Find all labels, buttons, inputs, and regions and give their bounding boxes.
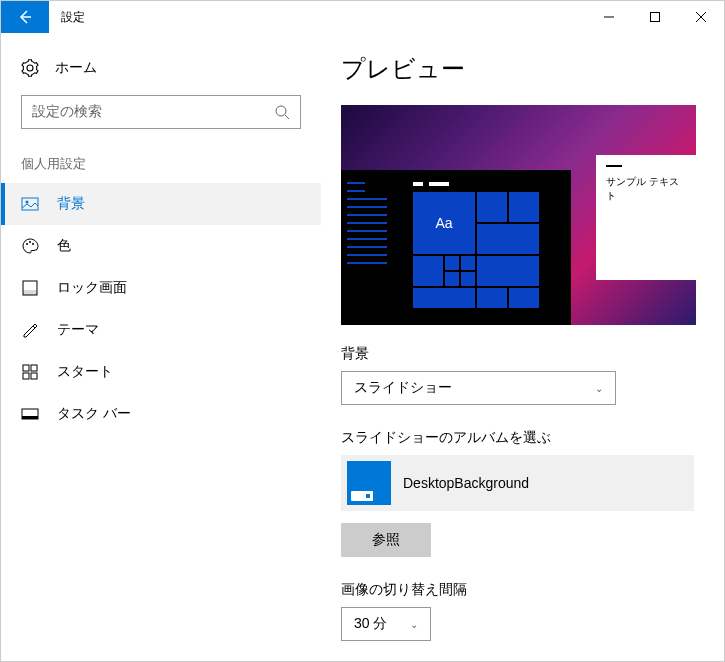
start-icon xyxy=(21,363,39,381)
svg-rect-18 xyxy=(22,416,38,419)
svg-point-10 xyxy=(32,243,34,245)
theme-icon xyxy=(21,321,39,339)
preview-start-window: Aa xyxy=(341,170,571,325)
album-name: DesktopBackground xyxy=(403,475,529,491)
main-content: プレビュー Aa xyxy=(321,33,724,661)
album-thumb xyxy=(347,461,391,505)
nav-label: タスク バー xyxy=(57,405,131,423)
sidebar-item-start[interactable]: スタート xyxy=(1,351,321,393)
svg-point-7 xyxy=(26,201,29,204)
nav-label: 色 xyxy=(57,237,71,255)
sidebar: ホーム 設定の検索 個人用設定 背景 色 ロック画面 テーマ スタート xyxy=(1,33,321,661)
nav-label: ロック画面 xyxy=(57,279,127,297)
svg-rect-12 xyxy=(23,290,37,295)
interval-label: 画像の切り替え間隔 xyxy=(341,581,694,599)
interval-dropdown[interactable]: 30 分 ⌄ xyxy=(341,607,431,641)
picture-icon xyxy=(21,195,39,213)
album-row[interactable]: DesktopBackground xyxy=(341,455,694,511)
svg-rect-16 xyxy=(31,373,37,379)
section-header: 個人用設定 xyxy=(1,145,321,183)
desktop-preview: Aa サンプル テキスト xyxy=(341,105,696,325)
sidebar-item-taskbar[interactable]: タスク バー xyxy=(1,393,321,435)
sidebar-item-colors[interactable]: 色 xyxy=(1,225,321,267)
svg-point-4 xyxy=(276,106,286,116)
sample-text: サンプル テキスト xyxy=(606,176,679,201)
nav-label: スタート xyxy=(57,363,113,381)
window-title: 設定 xyxy=(49,1,586,33)
svg-rect-13 xyxy=(23,365,29,371)
sidebar-item-lockscreen[interactable]: ロック画面 xyxy=(1,267,321,309)
svg-rect-15 xyxy=(23,373,29,379)
svg-rect-14 xyxy=(31,365,37,371)
arrow-left-icon xyxy=(17,9,33,25)
sidebar-item-background[interactable]: 背景 xyxy=(1,183,321,225)
taskbar-icon xyxy=(21,405,39,423)
background-value: スライドショー xyxy=(354,379,452,397)
maximize-button[interactable] xyxy=(632,1,678,33)
home-label: ホーム xyxy=(55,59,97,77)
sidebar-item-home[interactable]: ホーム xyxy=(1,49,321,87)
sidebar-item-themes[interactable]: テーマ xyxy=(1,309,321,351)
svg-rect-1 xyxy=(651,13,660,22)
browse-button[interactable]: 参照 xyxy=(341,523,431,557)
background-label: 背景 xyxy=(341,345,694,363)
nav-label: テーマ xyxy=(57,321,99,339)
chevron-down-icon: ⌄ xyxy=(410,619,418,630)
sample-text-card: サンプル テキスト xyxy=(596,155,696,280)
close-button[interactable] xyxy=(678,1,724,33)
interval-value: 30 分 xyxy=(354,615,387,633)
gear-icon xyxy=(21,59,39,77)
search-icon xyxy=(274,104,290,120)
palette-icon xyxy=(21,237,39,255)
nav-label: 背景 xyxy=(57,195,85,213)
svg-point-9 xyxy=(29,241,31,243)
svg-point-8 xyxy=(26,243,28,245)
chevron-down-icon: ⌄ xyxy=(595,383,603,394)
aa-tile: Aa xyxy=(413,192,475,254)
svg-line-5 xyxy=(285,115,289,119)
search-input[interactable]: 設定の検索 xyxy=(21,95,301,129)
back-button[interactable] xyxy=(1,1,49,33)
search-placeholder: 設定の検索 xyxy=(32,103,102,121)
lockscreen-icon xyxy=(21,279,39,297)
background-dropdown[interactable]: スライドショー ⌄ xyxy=(341,371,616,405)
page-title: プレビュー xyxy=(341,53,694,85)
minimize-button[interactable] xyxy=(586,1,632,33)
titlebar: 設定 xyxy=(1,1,724,33)
window-controls xyxy=(586,1,724,33)
album-label: スライドショーのアルバムを選ぶ xyxy=(341,429,694,447)
